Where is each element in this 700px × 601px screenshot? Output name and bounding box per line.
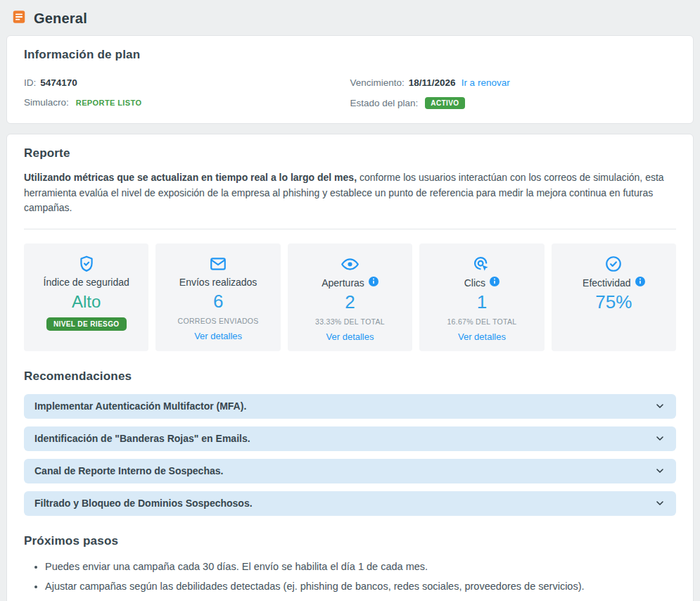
recommendation-accordion-red-flags[interactable]: Identificación de "Banderas Rojas" en Em… xyxy=(24,426,676,451)
simulacro-row: Simulacro: REPORTE LISTO xyxy=(24,97,350,108)
metric-value: 75% xyxy=(595,292,632,312)
metrics-row: Índice de seguridad Alto NIVEL DE RIESGO… xyxy=(24,243,676,351)
estado-row: Estado del plan: ACTIVO xyxy=(350,97,677,109)
metric-tile-sends: Envíos realizados 6 CORREOS ENVIADOS Ver… xyxy=(155,243,280,351)
info-icon[interactable] xyxy=(490,277,499,289)
accordion-label: Implementar Autenticación Multifactor (M… xyxy=(34,400,246,412)
plan-id-label: ID: xyxy=(24,77,36,88)
page-title: General xyxy=(34,11,87,27)
recommendation-accordion-domain-filtering[interactable]: Filtrado y Bloqueo de Dominios Sospechos… xyxy=(24,491,676,516)
ver-detalles-link[interactable]: Ver detalles xyxy=(458,331,506,342)
recommendations-title: Recomendaciones xyxy=(24,369,676,384)
page-header: General xyxy=(0,0,700,35)
info-icon[interactable] xyxy=(369,277,378,289)
info-icon[interactable] xyxy=(635,277,645,289)
chevron-down-icon xyxy=(654,400,666,412)
metric-label-text: Envíos realizados xyxy=(179,277,257,288)
report-intro-bold: Utilizando métricas que se actualizan en… xyxy=(24,172,357,183)
ver-detalles-link[interactable]: Ver detalles xyxy=(194,331,242,341)
vencimiento-value: 18/11/2026 xyxy=(409,77,456,88)
simulacro-label: Simulacro: xyxy=(24,97,69,108)
next-steps-list: Puedes enviar una campaña cada 30 días. … xyxy=(45,559,676,601)
plan-info-right-column: Vencimiento: 18/11/2026 Ir a renovar Est… xyxy=(350,77,677,109)
chevron-down-icon xyxy=(654,465,666,476)
report-intro: Utilizando métricas que se actualizan en… xyxy=(24,170,676,216)
vencimiento-row: Vencimiento: 18/11/2026 Ir a renovar xyxy=(350,77,677,88)
divider xyxy=(24,229,676,229)
report-card: Reporte Utilizando métricas que se actua… xyxy=(6,134,694,601)
plan-info-card: Información de plan ID: 5474170 Simulacr… xyxy=(6,35,694,124)
accordion-label: Canal de Reporte Interno de Sospechas. xyxy=(34,465,223,476)
list-item: Puedes enviar una campaña cada 30 días. … xyxy=(45,559,676,574)
metric-value: 1 xyxy=(477,292,487,312)
metric-label-text: Efectividad xyxy=(583,277,630,289)
ver-detalles-link[interactable]: Ver detalles xyxy=(326,331,374,342)
metric-tile-security-index: Índice de seguridad Alto NIVEL DE RIESGO xyxy=(24,243,148,351)
accordion-label: Identificación de "Banderas Rojas" en Em… xyxy=(34,433,250,444)
document-icon xyxy=(11,9,27,27)
metric-value: 2 xyxy=(345,292,355,312)
next-steps-title: Próximos pasos xyxy=(24,534,676,548)
chevron-down-icon xyxy=(654,498,666,509)
metric-label-text: Índice de seguridad xyxy=(44,277,129,288)
metric-label: Aperturas xyxy=(322,277,378,289)
risk-level-badge: NIVEL DE RIESGO xyxy=(46,317,127,331)
renew-link[interactable]: Ir a renovar xyxy=(462,77,510,88)
metric-label-text: Aperturas xyxy=(322,277,364,289)
plan-id-row: ID: 5474170 xyxy=(24,77,350,88)
estado-label: Estado del plan: xyxy=(350,98,419,108)
recommendation-accordion-mfa[interactable]: Implementar Autenticación Multifactor (M… xyxy=(24,394,676,419)
metric-label: Clics xyxy=(464,277,499,289)
metric-subtext: 33.33% DEL TOTAL xyxy=(315,317,385,326)
list-item: Ajustar campañas según las debilidades d… xyxy=(45,579,676,594)
metric-tile-clicks: Clics 1 16.67% DEL TOTAL Ver detalles xyxy=(419,243,544,351)
metric-label: Índice de seguridad xyxy=(44,277,129,288)
recommendation-accordion-report-channel[interactable]: Canal de Reporte Interno de Sospechas. xyxy=(24,459,676,483)
metric-value: 6 xyxy=(213,291,223,312)
check-circle-icon xyxy=(604,254,623,274)
eye-icon xyxy=(341,254,359,274)
plan-info-left-column: ID: 5474170 Simulacro: REPORTE LISTO xyxy=(24,77,350,109)
shield-icon xyxy=(77,254,96,274)
metric-value: Alto xyxy=(72,293,101,311)
metric-label: Envíos realizados xyxy=(179,277,257,288)
plan-info-grid: ID: 5474170 Simulacro: REPORTE LISTO Ven… xyxy=(24,77,676,109)
metric-label: Efectividad xyxy=(583,277,644,289)
vencimiento-label: Vencimiento: xyxy=(350,77,405,88)
metric-tile-effectiveness: Efectividad 75% xyxy=(552,243,676,351)
metric-label-text: Clics xyxy=(464,277,485,289)
estado-badge: ACTIVO xyxy=(425,97,464,109)
click-icon xyxy=(472,254,491,274)
plan-info-title: Información de plan xyxy=(24,48,676,62)
chevron-down-icon xyxy=(654,433,666,444)
report-title: Reporte xyxy=(24,146,676,160)
simulacro-status: REPORTE LISTO xyxy=(76,99,142,107)
metric-subtext: 16.67% DEL TOTAL xyxy=(447,317,516,326)
plan-id-value: 5474170 xyxy=(40,77,77,88)
metric-tile-opens: Aperturas 2 33.33% DEL TOTAL Ver detalle… xyxy=(288,243,412,351)
mail-icon xyxy=(209,254,227,274)
metric-subtext: CORREOS ENVIADOS xyxy=(178,317,259,325)
accordion-label: Filtrado y Bloqueo de Dominios Sospechos… xyxy=(34,498,253,509)
